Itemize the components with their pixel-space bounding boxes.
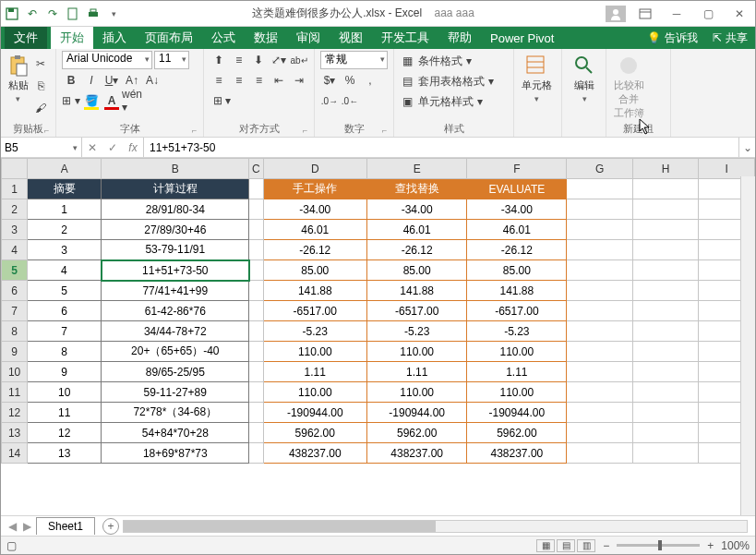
cell[interactable]: -5.23 (263, 321, 367, 342)
add-sheet-icon[interactable]: + (102, 518, 119, 535)
decrease-font-icon[interactable]: A↓ (143, 71, 162, 90)
cell[interactable]: 计算过程 (102, 179, 249, 199)
fx-icon[interactable]: fx (123, 141, 143, 154)
dialog-launcher-icon[interactable]: ⌐ (303, 126, 312, 135)
cell[interactable]: 18+69*87*73 (102, 443, 249, 464)
cell[interactable]: 110.00 (367, 342, 467, 362)
cell[interactable]: 摘要 (28, 179, 102, 199)
cell[interactable]: 59-11-27+89 (102, 382, 249, 403)
col-header[interactable]: H (632, 159, 698, 179)
tab-home[interactable]: 开始 (51, 27, 93, 49)
col-header[interactable]: B (102, 159, 249, 179)
cell[interactable]: 5962.00 (263, 423, 367, 443)
cell[interactable]: 438237.00 (263, 443, 367, 464)
cell[interactable]: 5 (28, 281, 102, 301)
increase-decimal-icon[interactable]: .0→ (320, 91, 339, 110)
cell[interactable]: 28/91/80-34 (102, 199, 249, 220)
cell[interactable]: 141.88 (467, 281, 567, 301)
tell-me[interactable]: 💡告诉我 (640, 30, 705, 46)
cell[interactable]: 438237.00 (467, 443, 567, 464)
ribbon-options-icon[interactable] (633, 5, 657, 23)
cell[interactable]: 46.01 (367, 220, 467, 240)
tab-layout[interactable]: 页面布局 (136, 27, 202, 49)
cell[interactable]: -26.12 (367, 240, 467, 260)
row-header[interactable]: 11 (2, 382, 28, 403)
orientation-icon[interactable]: ⤢▾ (270, 51, 288, 69)
increase-font-icon[interactable]: A↑ (123, 71, 141, 90)
format-painter-icon[interactable]: 🖌 (31, 99, 50, 117)
row-header[interactable]: 9 (2, 342, 28, 362)
maximize-icon[interactable]: ▢ (696, 5, 720, 23)
cell[interactable]: 1 (28, 199, 102, 220)
tab-data[interactable]: 数据 (245, 27, 287, 49)
zoom-out-icon[interactable]: − (603, 539, 609, 552)
row-header[interactable]: 10 (2, 362, 28, 382)
enter-icon[interactable]: ✓ (102, 141, 123, 154)
col-header[interactable]: A (28, 159, 102, 179)
cell[interactable]: -34.00 (263, 199, 367, 220)
normal-view-icon[interactable]: ▦ (536, 539, 555, 552)
cancel-icon[interactable]: ✕ (82, 141, 102, 154)
decrease-decimal-icon[interactable]: .0← (341, 91, 359, 110)
font-size-select[interactable]: 11▾ (154, 51, 189, 69)
cell[interactable]: 9 (28, 362, 102, 382)
col-header[interactable]: C (249, 159, 263, 179)
quickprint-icon[interactable] (86, 6, 101, 21)
vertical-scrollbar[interactable] (740, 176, 755, 515)
sheet-nav-prev-icon[interactable]: ◀ (5, 519, 19, 534)
align-bottom-icon[interactable]: ⬇ (250, 51, 269, 69)
cell[interactable]: -5.23 (467, 321, 567, 342)
cell[interactable] (249, 362, 263, 382)
cell[interactable]: 110.00 (367, 382, 467, 403)
cell[interactable]: -34.00 (367, 199, 467, 220)
cell[interactable] (249, 281, 263, 301)
dialog-launcher-icon[interactable]: ⌐ (192, 126, 201, 135)
cell[interactable]: -26.12 (467, 240, 567, 260)
tab-insert[interactable]: 插入 (93, 27, 136, 49)
border-button[interactable]: ⊞ ▾ (62, 91, 80, 110)
align-left-icon[interactable]: ≡ (210, 71, 228, 90)
pagebreak-view-icon[interactable]: ▥ (577, 539, 595, 552)
sheet-tab[interactable]: Sheet1 (36, 517, 95, 535)
copy-icon[interactable]: ⎘ (31, 77, 50, 95)
cell[interactable]: 20+（65+65）-40 (102, 342, 249, 362)
cell[interactable] (249, 301, 263, 321)
cell[interactable]: 141.88 (367, 281, 467, 301)
cell[interactable]: 1.11 (367, 362, 467, 382)
cell[interactable]: 110.00 (263, 342, 367, 362)
cell[interactable]: 85.00 (367, 260, 467, 281)
align-right-icon[interactable]: ≡ (250, 71, 269, 90)
cell[interactable]: 8 (28, 342, 102, 362)
cell[interactable] (249, 240, 263, 260)
conditional-format-button[interactable]: ▦条件格式 ▾ (400, 52, 508, 70)
cell[interactable]: 10 (28, 382, 102, 403)
cell[interactable]: 85.00 (467, 260, 567, 281)
expand-formula-icon[interactable]: ⌄ (738, 138, 755, 157)
align-middle-icon[interactable]: ≡ (230, 51, 248, 69)
row-header[interactable]: 4 (2, 240, 28, 260)
row-header[interactable]: 13 (2, 423, 28, 443)
cell[interactable] (249, 179, 263, 199)
cell[interactable]: 89/65-25/95 (102, 362, 249, 382)
row-header[interactable]: 8 (2, 321, 28, 342)
horizontal-scrollbar[interactable] (123, 520, 748, 533)
close-icon[interactable]: ✕ (727, 5, 751, 23)
paste-button[interactable]: 粘贴 ▾ (6, 51, 30, 117)
cell[interactable] (249, 403, 263, 423)
decrease-indent-icon[interactable]: ⇤ (270, 71, 288, 90)
cell[interactable]: -6517.00 (367, 301, 467, 321)
merge-button[interactable]: ⊞ ▾ (210, 91, 234, 110)
pagelayout-view-icon[interactable]: ▤ (557, 539, 575, 552)
cell[interactable]: 11 (28, 403, 102, 423)
cell[interactable]: 141.88 (263, 281, 367, 301)
minimize-icon[interactable]: ─ (665, 5, 689, 23)
zoom-in-icon[interactable]: + (707, 539, 714, 552)
cell[interactable] (249, 220, 263, 240)
row-header[interactable]: 7 (2, 301, 28, 321)
cell[interactable]: 13 (28, 443, 102, 464)
cell[interactable]: -26.12 (263, 240, 367, 260)
cell[interactable]: 6 (28, 301, 102, 321)
cell[interactable]: 27/89/30+46 (102, 220, 249, 240)
cell[interactable]: 11+51+73-50 (102, 260, 249, 281)
row-header[interactable]: 5 (2, 260, 28, 281)
